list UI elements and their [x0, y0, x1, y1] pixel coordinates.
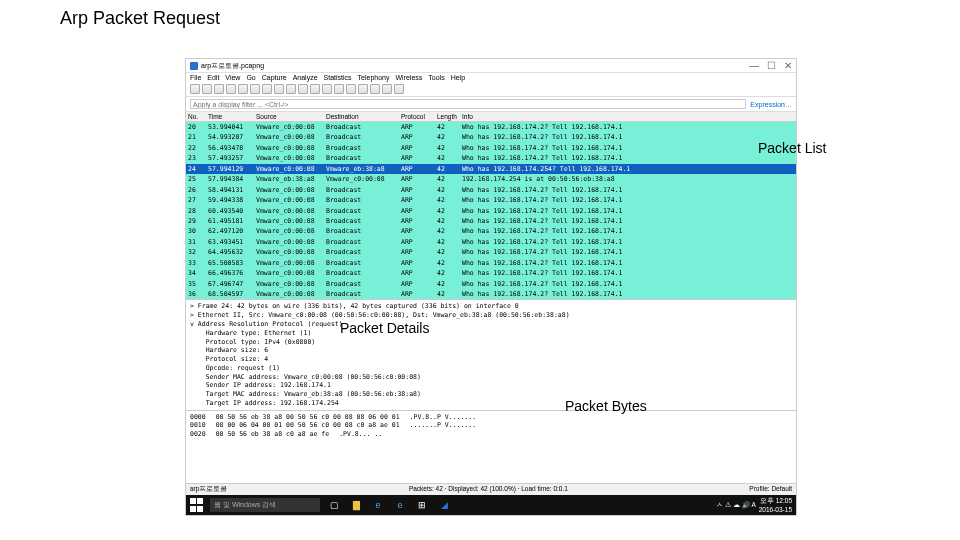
menu-analyze[interactable]: Analyze: [293, 74, 318, 81]
col-destination[interactable]: Destination: [324, 112, 399, 121]
packet-list-pane[interactable]: 2053.994041Vmware_c0:00:08BroadcastARP42…: [186, 122, 796, 299]
toolbar-button-9[interactable]: [298, 84, 308, 94]
col-protocol[interactable]: Protocol: [399, 112, 435, 121]
bytes-row[interactable]: 002000 50 56 eb 38 a8 c0 a8 ae fe.PV.8..…: [190, 430, 792, 439]
folder-icon[interactable]: ▇: [348, 497, 364, 513]
expression-button[interactable]: Expression…: [750, 101, 792, 108]
col-source[interactable]: Source: [254, 112, 324, 121]
menu-view[interactable]: View: [225, 74, 240, 81]
col-info[interactable]: Info: [460, 112, 796, 121]
menu-wireless[interactable]: Wireless: [395, 74, 422, 81]
app-icon: [190, 62, 198, 70]
window-title: arp프로토콜.pcapng: [201, 61, 264, 71]
titlebar: arp프로토콜.pcapng — ☐ ✕: [186, 59, 796, 73]
taskbar-search[interactable]: 웹 및 Windows 검색: [210, 498, 320, 512]
menu-file[interactable]: File: [190, 74, 201, 81]
toolbar-button-15[interactable]: [370, 84, 380, 94]
packet-row[interactable]: 2557.994384Vmware_eb:38:a8Vmware_c0:00:0…: [186, 174, 796, 184]
packet-row[interactable]: 3264.495632Vmware_c0:00:08BroadcastARP42…: [186, 247, 796, 257]
packet-row[interactable]: 2759.494338Vmware_c0:00:08BroadcastARP42…: [186, 195, 796, 205]
packet-row[interactable]: 2357.493257Vmware_c0:00:08BroadcastARP42…: [186, 153, 796, 163]
annotation-packet-bytes: Packet Bytes: [565, 398, 647, 414]
packet-row[interactable]: 3365.500583Vmware_c0:00:08BroadcastARP42…: [186, 258, 796, 268]
packet-row[interactable]: 3567.496747Vmware_c0:00:08BroadcastARP42…: [186, 279, 796, 289]
toolbar-button-16[interactable]: [382, 84, 392, 94]
toolbar-button-12[interactable]: [334, 84, 344, 94]
packet-row[interactable]: 3668.504597Vmware_c0:00:08BroadcastARP42…: [186, 289, 796, 299]
detail-line[interactable]: Sender MAC address: Vmware_c0:00:08 (00:…: [190, 373, 792, 382]
bytes-row[interactable]: 000000 50 56 eb 38 a8 00 50 56 c0 00 08 …: [190, 413, 792, 422]
menu-telephony[interactable]: Telephony: [358, 74, 390, 81]
minimize-button[interactable]: —: [749, 60, 759, 71]
col-no[interactable]: No.: [186, 112, 206, 121]
toolbar-button-14[interactable]: [358, 84, 368, 94]
menu-tools[interactable]: Tools: [428, 74, 444, 81]
status-packets: Packets: 42 · Displayed: 42 (100.0%) · L…: [409, 485, 568, 494]
task-view-icon[interactable]: ▢: [326, 497, 342, 513]
close-button[interactable]: ✕: [784, 60, 792, 71]
start-button[interactable]: [190, 498, 204, 512]
wireshark-taskbar-icon[interactable]: ◢: [436, 497, 452, 513]
toolbar-button-4[interactable]: [238, 84, 248, 94]
detail-line[interactable]: Sender IP address: 192.168.174.1: [190, 381, 792, 390]
status-profile[interactable]: Profile: Default: [749, 485, 792, 494]
toolbar-button-11[interactable]: [322, 84, 332, 94]
toolbar-button-13[interactable]: [346, 84, 356, 94]
annotation-packet-details: Packet Details: [340, 320, 429, 336]
menubar: FileEditViewGoCaptureAnalyzeStatisticsTe…: [186, 73, 796, 82]
detail-line[interactable]: > Ethernet II, Src: Vmware_c0:00:08 (00:…: [190, 311, 792, 320]
toolbar: [186, 82, 796, 97]
toolbar-button-2[interactable]: [214, 84, 224, 94]
detail-line[interactable]: Protocol size: 4: [190, 355, 792, 364]
ie-icon[interactable]: e: [370, 497, 386, 513]
packet-row[interactable]: 2457.994129Vmware_c0:00:08Vmware_eb:38:a…: [186, 164, 796, 174]
packet-row[interactable]: 2053.994041Vmware_c0:00:08BroadcastARP42…: [186, 122, 796, 132]
taskbar-date[interactable]: 2016-03-15: [759, 506, 792, 513]
toolbar-button-0[interactable]: [190, 84, 200, 94]
packet-row[interactable]: 3163.493451Vmware_c0:00:08BroadcastARP42…: [186, 237, 796, 247]
toolbar-button-6[interactable]: [262, 84, 272, 94]
slide-title: Arp Packet Request: [0, 0, 960, 37]
detail-line[interactable]: > Frame 24: 42 bytes on wire (336 bits),…: [190, 302, 792, 311]
bytes-row[interactable]: 001008 00 06 04 00 01 00 50 56 c0 00 08 …: [190, 421, 792, 430]
toolbar-button-7[interactable]: [274, 84, 284, 94]
maximize-button[interactable]: ☐: [767, 60, 776, 71]
packet-row[interactable]: 3062.497120Vmware_c0:00:08BroadcastARP42…: [186, 226, 796, 236]
toolbar-button-3[interactable]: [226, 84, 236, 94]
toolbar-button-10[interactable]: [310, 84, 320, 94]
annotation-packet-list: Packet List: [758, 140, 826, 156]
packet-row[interactable]: 2961.495181Vmware_c0:00:08BroadcastARP42…: [186, 216, 796, 226]
detail-line[interactable]: Hardware size: 6: [190, 346, 792, 355]
display-filter-input[interactable]: [190, 99, 746, 109]
packet-row[interactable]: 2658.494131Vmware_c0:00:08BroadcastARP42…: [186, 185, 796, 195]
detail-line[interactable]: Target MAC address: Vmware_eb:38:a8 (00:…: [190, 390, 792, 399]
detail-line[interactable]: v Address Resolution Protocol (request): [190, 320, 792, 329]
packet-row[interactable]: 3466.496376Vmware_c0:00:08BroadcastARP42…: [186, 268, 796, 278]
status-file: arp프로토콜: [190, 485, 227, 494]
col-time[interactable]: Time: [206, 112, 254, 121]
toolbar-button-17[interactable]: [394, 84, 404, 94]
menu-capture[interactable]: Capture: [262, 74, 287, 81]
tray-icons[interactable]: ㅅ ⚠ ☁ 🔊 A: [716, 501, 756, 510]
col-length[interactable]: Length: [435, 112, 460, 121]
edge-icon[interactable]: e: [392, 497, 408, 513]
menu-go[interactable]: Go: [246, 74, 255, 81]
packet-details-pane[interactable]: > Frame 24: 42 bytes on wire (336 bits),…: [186, 299, 796, 409]
taskbar-time[interactable]: 오후 12:05: [759, 497, 792, 506]
windows-taskbar: 웹 및 Windows 검색 ▢ ▇ e e ⊞ ◢ ㅅ ⚠ ☁ 🔊 A 오후 …: [186, 495, 796, 515]
toolbar-button-8[interactable]: [286, 84, 296, 94]
store-icon[interactable]: ⊞: [414, 497, 430, 513]
detail-line[interactable]: Opcode: request (1): [190, 364, 792, 373]
detail-line[interactable]: Protocol type: IPv4 (0x0800): [190, 338, 792, 347]
packet-row[interactable]: 2256.493478Vmware_c0:00:08BroadcastARP42…: [186, 143, 796, 153]
menu-edit[interactable]: Edit: [207, 74, 219, 81]
status-bar: arp프로토콜 Packets: 42 · Displayed: 42 (100…: [186, 483, 796, 495]
packet-row[interactable]: 2860.493540Vmware_c0:00:08BroadcastARP42…: [186, 206, 796, 216]
toolbar-button-5[interactable]: [250, 84, 260, 94]
toolbar-button-1[interactable]: [202, 84, 212, 94]
detail-line[interactable]: Target IP address: 192.168.174.254: [190, 399, 792, 408]
menu-help[interactable]: Help: [451, 74, 465, 81]
menu-statistics[interactable]: Statistics: [324, 74, 352, 81]
detail-line[interactable]: Hardware type: Ethernet (1): [190, 329, 792, 338]
packet-row[interactable]: 2154.993207Vmware_c0:00:08BroadcastARP42…: [186, 132, 796, 142]
